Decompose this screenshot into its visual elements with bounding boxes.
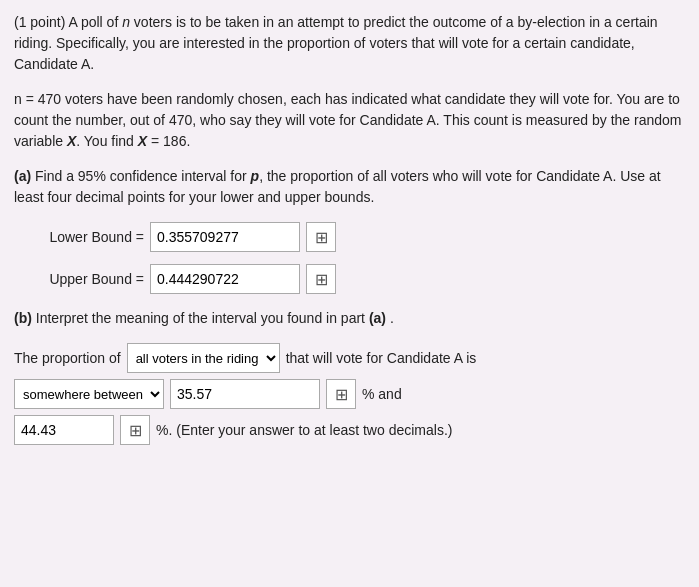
n-paragraph: n = 470 voters have been randomly chosen… — [14, 89, 685, 152]
p-variable: p — [251, 168, 260, 184]
n-variable: n — [122, 14, 130, 30]
lower-bound-input[interactable] — [150, 222, 300, 252]
lower-bound-row: Lower Bound = ⊞ — [14, 222, 685, 252]
part-a-section: (a) Find a 95% confidence interval for p… — [14, 166, 685, 208]
somewhere-between-dropdown[interactable]: somewhere betweenexactlyapproximately — [14, 379, 164, 409]
intro-paragraph: (1 point) A poll of n voters is to be ta… — [14, 12, 685, 75]
voters-dropdown[interactable]: all voters in the ridingsampled votersCa… — [127, 343, 280, 373]
lower-bound-label: Lower Bound = — [14, 227, 144, 248]
x-variable: X — [67, 133, 76, 149]
proportion-of-label: The proportion of — [14, 348, 121, 369]
suffix-label: %. (Enter your answer to at least two de… — [156, 420, 452, 441]
part-a-text: Find a 95% confidence interval for — [31, 168, 250, 184]
intro-text: (1 point) A poll of — [14, 14, 122, 30]
upper-bound-input[interactable] — [150, 264, 300, 294]
part-a-label: (a) — [14, 168, 31, 184]
lower-percent-grid-button[interactable]: ⊞ — [326, 379, 356, 409]
n-text-part3: = 186. — [147, 133, 190, 149]
that-will-label: that will vote for Candidate A is — [286, 348, 477, 369]
part-b-label: (b) — [14, 310, 32, 326]
last-row: ⊞ %. (Enter your answer to at least two … — [14, 415, 685, 445]
upper-bound-grid-button[interactable]: ⊞ — [306, 264, 336, 294]
upper-percent-input[interactable] — [14, 415, 114, 445]
percent-and-label: % and — [362, 384, 402, 405]
part-b-ref: (a) — [369, 310, 386, 326]
upper-bound-row: Upper Bound = ⊞ — [14, 264, 685, 294]
lower-percent-input[interactable] — [170, 379, 320, 409]
between-row: somewhere betweenexactlyapproximately ⊞ … — [14, 379, 685, 409]
upper-bound-label: Upper Bound = — [14, 269, 144, 290]
interpret-row: The proportion of all voters in the ridi… — [14, 343, 685, 373]
part-b-text2: . — [386, 310, 394, 326]
part-b-section: (b) Interpret the meaning of the interva… — [14, 308, 685, 329]
n-text-part2: . You find — [76, 133, 138, 149]
part-b-text: Interpret the meaning of the interval yo… — [32, 310, 369, 326]
x-eq-variable: X — [138, 133, 147, 149]
lower-bound-grid-button[interactable]: ⊞ — [306, 222, 336, 252]
upper-percent-grid-button[interactable]: ⊞ — [120, 415, 150, 445]
